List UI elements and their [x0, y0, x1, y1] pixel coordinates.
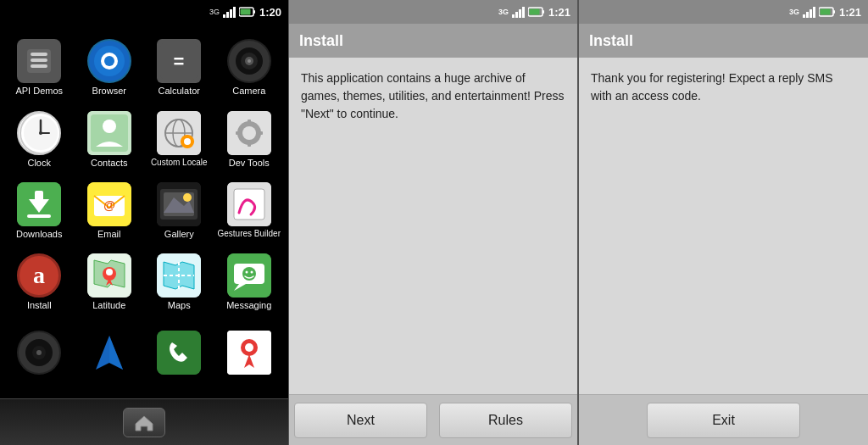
messaging-icon — [227, 253, 271, 298]
api-demos-svg — [22, 44, 56, 78]
app-maps[interactable]: Maps — [144, 247, 214, 318]
maps-svg — [157, 253, 201, 298]
gallery-label: Gallery — [164, 229, 194, 240]
latitude-icon — [87, 253, 131, 298]
camera-dark-svg — [17, 331, 61, 375]
app-calculator[interactable]: = Calculator — [144, 32, 214, 103]
app-camera[interactable]: Camera — [214, 32, 285, 103]
gestures-builder-icon — [227, 182, 271, 226]
battery-icon — [239, 7, 256, 17]
svg-rect-46 — [27, 214, 51, 218]
bar3 — [810, 9, 812, 18]
svg-point-25 — [103, 120, 116, 133]
next-button[interactable]: Next — [294, 403, 427, 438]
bar3 — [519, 9, 521, 18]
browser-label: Browser — [92, 86, 126, 97]
bar4 — [522, 7, 525, 18]
email-label: Email — [97, 229, 121, 240]
install-buttons: Next Rules — [289, 394, 577, 445]
phone-svg — [157, 331, 201, 375]
messaging-label: Messaging — [226, 300, 271, 311]
svg-rect-83 — [833, 10, 835, 14]
bar4 — [813, 7, 815, 18]
home-time: 1:20 — [259, 6, 281, 19]
app-browser[interactable]: Browser — [75, 32, 145, 103]
contacts-icon — [87, 111, 131, 155]
thankyou-3g: 3G — [789, 8, 799, 16]
gallery-icon — [157, 182, 201, 226]
app-contacts[interactable]: Contacts — [75, 103, 145, 175]
svg-point-67 — [245, 271, 248, 274]
thankyou-battery-icon — [819, 7, 836, 17]
thankyou-content: Thank you for registering! Expect a repl… — [579, 58, 868, 394]
dev-tools-icon — [227, 111, 271, 155]
custom-locale-icon — [157, 111, 201, 155]
svg-rect-56 — [234, 189, 264, 220]
app-custom-locale[interactable]: Custom Locale — [144, 103, 214, 175]
camera-dark-icon — [17, 331, 61, 375]
thankyou-title-bar: Install — [579, 24, 868, 58]
custom-locale-svg — [157, 111, 201, 155]
svg-rect-33 — [186, 145, 189, 148]
svg-rect-39 — [248, 120, 251, 125]
latitude-svg — [87, 253, 131, 298]
maps-label: Maps — [168, 300, 191, 311]
app-latitude[interactable]: Latitude — [75, 247, 145, 318]
thankyou-title: Install — [589, 32, 633, 50]
bar1 — [223, 14, 225, 18]
app-gallery[interactable]: Gallery — [144, 175, 214, 247]
app-maps-pin[interactable] — [214, 319, 285, 390]
api-demos-label: API Demos — [15, 86, 63, 97]
thankyou-time: 1:21 — [839, 6, 861, 19]
app-dev-tools[interactable]: Dev Tools — [214, 103, 285, 175]
app-messaging[interactable]: Messaging — [214, 247, 285, 318]
rules-button[interactable]: Rules — [439, 403, 572, 438]
thankyou-signal — [803, 6, 815, 18]
clock-svg — [19, 111, 59, 155]
svg-rect-6 — [31, 64, 47, 68]
app-clock[interactable]: Clock — [4, 103, 75, 175]
dev-tools-label: Dev Tools — [229, 158, 270, 169]
app-install[interactable]: a Install — [4, 247, 75, 318]
install-time: 1:21 — [548, 6, 570, 19]
calculator-icon: = — [157, 39, 201, 83]
install-body-text: This application contains a huge archive… — [301, 70, 565, 123]
bar2 — [515, 12, 518, 18]
bar3 — [230, 9, 232, 18]
bar4 — [233, 7, 236, 18]
exit-button[interactable]: Exit — [647, 403, 800, 438]
contacts-svg — [87, 111, 131, 155]
browser-icon — [87, 39, 131, 83]
install-label: Install — [27, 300, 52, 311]
app-api-demos[interactable]: API Demos — [4, 32, 75, 103]
maps-icon — [157, 253, 201, 298]
home-icon — [131, 412, 157, 432]
thankyou-buttons: Exit — [579, 394, 868, 445]
install-signal — [512, 6, 525, 18]
home-status-bar: 3G 1:20 — [0, 0, 288, 24]
install-icon: a — [17, 253, 61, 298]
app-grid: API Demos Browser = Calculator — [0, 24, 288, 398]
app-nav[interactable] — [75, 319, 145, 390]
svg-point-10 — [104, 56, 114, 66]
svg-rect-32 — [186, 135, 189, 138]
install-battery-icon — [528, 7, 545, 17]
app-camera-dark[interactable] — [4, 319, 75, 390]
app-gestures-builder[interactable]: Gestures Builder — [214, 175, 285, 247]
svg-rect-81 — [529, 9, 539, 15]
app-downloads[interactable]: Downloads — [4, 175, 75, 247]
bar1 — [803, 14, 805, 18]
svg-text:@: @ — [103, 198, 115, 212]
app-email[interactable]: @ Email — [75, 175, 145, 247]
camera-label: Camera — [232, 86, 265, 97]
camera-svg — [227, 39, 271, 83]
home-button[interactable] — [123, 408, 165, 437]
svg-point-22 — [39, 131, 42, 135]
gestures-svg — [227, 182, 271, 226]
svg-rect-40 — [248, 142, 251, 147]
thankyou-status-bar: 3G 1:21 — [579, 0, 868, 24]
svg-rect-5 — [31, 58, 47, 62]
phone-icon — [157, 331, 201, 375]
app-phone[interactable] — [144, 319, 214, 390]
contacts-label: Contacts — [91, 158, 127, 169]
